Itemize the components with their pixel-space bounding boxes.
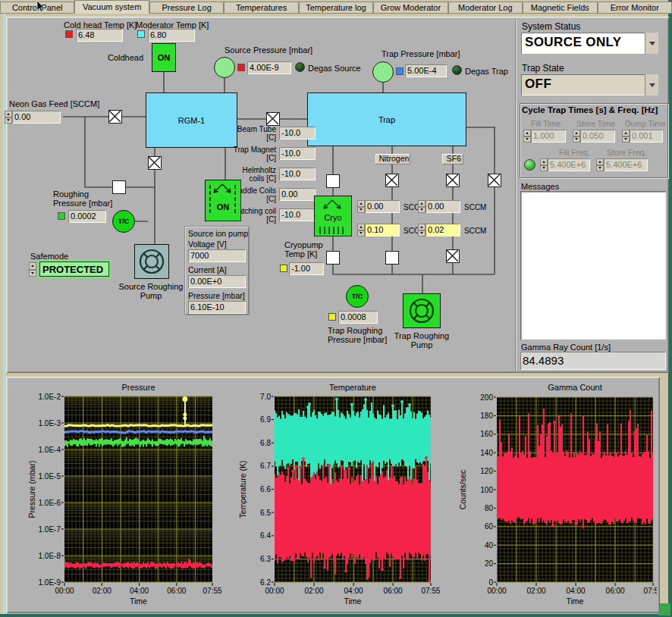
- svg-text:Gamma Count: Gamma Count: [548, 383, 602, 392]
- store-freq-value[interactable]: 5.400E+6: [604, 158, 648, 171]
- trap-right-valve-icon[interactable]: [488, 174, 501, 187]
- neon-gas-feed-value[interactable]: 0.00: [12, 111, 61, 124]
- svg-text:0: 0: [488, 578, 493, 587]
- sf6-valve-icon[interactable]: [446, 174, 460, 187]
- svg-text:6.4: 6.4: [260, 531, 271, 540]
- right-panel-divider: [515, 18, 517, 371]
- svg-text:04:00: 04:00: [344, 587, 363, 595]
- svg-text:02:00: 02:00: [305, 587, 324, 595]
- trap-state-dropdown[interactable]: OFF: [521, 74, 658, 96]
- trap-tc-gauge: T/C: [346, 285, 369, 308]
- sf6-flow-stepper[interactable]: [418, 224, 425, 236]
- sf6-set-value[interactable]: 0.00: [425, 200, 460, 213]
- tab-temperatures[interactable]: Temperatures: [224, 2, 298, 14]
- nitrogen-roughing-valve-icon[interactable]: [385, 251, 399, 265]
- messages-label: Messages: [521, 182, 559, 191]
- tab-moderator-log[interactable]: Moderator Log: [448, 2, 523, 14]
- trap-pressure-value: 5.00E-4: [405, 64, 447, 77]
- safemode-stepper[interactable]: [29, 262, 36, 277]
- source-pressure-gauge: [214, 57, 235, 78]
- svg-text:120: 120: [480, 467, 493, 475]
- pump-icon: [136, 246, 168, 277]
- gamma-ray-count-label: Gamma Ray Count [1/s]: [521, 343, 611, 352]
- helmholtz-coils-value: -10.0: [279, 168, 316, 180]
- svg-text:6.6: 6.6: [260, 485, 271, 493]
- svg-text:07:55: 07:55: [643, 587, 657, 595]
- svg-text:02:00: 02:00: [93, 587, 111, 595]
- neon-gas-feed-stepper[interactable]: [5, 111, 12, 124]
- ion-pump-pressure-value: 6.10E-10: [188, 301, 246, 314]
- sf6-roughing-valve-icon[interactable]: [446, 249, 460, 263]
- nitrogen-set-value[interactable]: 0.00: [365, 200, 400, 213]
- neon-gas-feed-label: Neon Gas Feed [SCCM]: [9, 99, 99, 108]
- svg-text:80: 80: [485, 504, 494, 512]
- svg-text:07:55: 07:55: [421, 587, 440, 595]
- moderator-temp-value: 6.80: [148, 29, 195, 42]
- store-time-stepper[interactable]: [573, 130, 580, 143]
- fill-freq-value[interactable]: 5.400E+6: [548, 158, 590, 171]
- rgm1-roughing-valve-icon[interactable]: [148, 156, 162, 170]
- tab-error-monitor[interactable]: Error Monitor: [598, 2, 672, 14]
- nitrogen-flow-stepper[interactable]: [357, 224, 365, 236]
- cycle-trap-times-title: Cycle Trap Times [s] & Freq. [Hz]: [522, 105, 658, 114]
- trap-state-label: Trap State: [522, 64, 564, 73]
- svg-text:160: 160: [480, 430, 493, 438]
- dump-time-stepper[interactable]: [622, 130, 630, 143]
- source-pressure-label: Source Pressure [mbar]: [225, 45, 312, 55]
- roughing-pressure-label: Roughing Pressure [mbar]: [53, 189, 121, 208]
- vacuum-system-window: { "colors":{"panel":"#b2b2b2","cyan_box"…: [0, 0, 672, 617]
- degas-source-led[interactable]: [295, 62, 305, 72]
- source-ion-pump-button[interactable]: ON: [205, 180, 241, 221]
- chevron-down-icon[interactable]: [645, 74, 658, 96]
- svg-text:180: 180: [480, 412, 493, 420]
- cryopump-temp-label: Cryopump Temp [K]: [284, 240, 331, 258]
- coldhead-on-button[interactable]: ON: [152, 43, 176, 72]
- svg-text:Counts/sec: Counts/sec: [458, 470, 467, 510]
- fill-freq-stepper[interactable]: [540, 158, 548, 171]
- svg-text:1.0E-9: 1.0E-9: [39, 578, 61, 587]
- roughing-pressure-value: 0.0002: [68, 210, 106, 223]
- fill-time-label: Fill Time: [531, 119, 561, 128]
- nitrogen-set-stepper[interactable]: [357, 200, 365, 213]
- ion-pump-current-label: Current [A]: [188, 265, 227, 274]
- sf6-flow-value[interactable]: 0.02: [425, 224, 460, 236]
- fill-time-stepper[interactable]: [523, 130, 531, 143]
- trap-magnet-value: -10.0: [279, 147, 316, 160]
- cryo-roughing-valve-icon[interactable]: [326, 251, 340, 265]
- system-status-dropdown[interactable]: SOURCE ONLY: [521, 33, 658, 54]
- bottom-desktop-strip: [0, 614, 672, 617]
- tab-temperature-log[interactable]: Temperature log: [299, 2, 373, 14]
- store-time-value[interactable]: 0.050: [580, 130, 615, 143]
- tab-grow-moderator[interactable]: Grow Moderator: [373, 2, 447, 14]
- cryo-pump[interactable]: Cryo: [314, 196, 352, 236]
- cryo-inlet-valve-icon[interactable]: [326, 174, 340, 188]
- svg-text:20: 20: [485, 559, 494, 568]
- cold-head-temp-value: 6.48: [76, 29, 123, 42]
- roughing-line-valve-icon[interactable]: [112, 180, 126, 194]
- svg-text:40: 40: [485, 541, 494, 550]
- messages-box[interactable]: [520, 191, 666, 340]
- degas-trap-led[interactable]: [452, 65, 462, 75]
- sf6-set-stepper[interactable]: [418, 200, 425, 213]
- neon-feed-valve-icon[interactable]: [108, 110, 122, 124]
- nitrogen-valve-icon[interactable]: [385, 174, 399, 187]
- svg-text:7.0: 7.0: [260, 393, 271, 401]
- ion-pump-voltage-value: 7000: [188, 249, 246, 262]
- beam-tube-valve-icon[interactable]: [266, 112, 280, 126]
- dump-time-value[interactable]: 0.001: [630, 130, 663, 143]
- store-freq-stepper[interactable]: [596, 158, 604, 171]
- tab-vacuum-system[interactable]: Vacuum system: [74, 0, 149, 14]
- nitrogen-flow-value[interactable]: 0.10: [365, 224, 400, 236]
- svg-text:6.5: 6.5: [260, 509, 271, 517]
- gamma-count-chart: Gamma Count20018016014012010080604020000…: [440, 379, 657, 606]
- tab-pressure-log[interactable]: Pressure Log: [149, 2, 224, 14]
- source-roughing-pump[interactable]: [134, 244, 169, 279]
- tab-magnetic-fields[interactable]: Magnetic Fields: [523, 2, 597, 14]
- safemode-value[interactable]: PROTECTED: [39, 262, 109, 277]
- nitrogen-label: Nitrogen: [375, 154, 410, 164]
- chevron-down-icon[interactable]: [645, 33, 658, 54]
- degas-trap-label: Degas Trap: [465, 67, 508, 76]
- fill-time-value[interactable]: 1.000: [531, 130, 566, 143]
- ion-pump-pressure-label: Pressure [mbar]: [188, 291, 245, 300]
- trap-roughing-pump[interactable]: [403, 293, 441, 328]
